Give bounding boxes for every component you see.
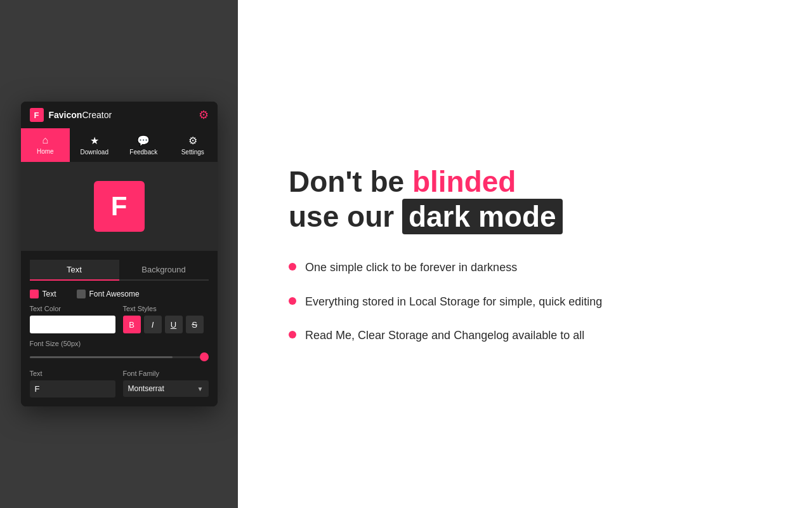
- text-color-label: Text Color: [30, 305, 115, 312]
- font-family-label: Font Family: [123, 370, 209, 377]
- feature-text-1: One simple click to be forever in darkne…: [305, 260, 517, 276]
- font-size-label: Font Size (50px): [30, 340, 209, 347]
- bullet-2: [289, 297, 296, 305]
- tab-underline: [30, 279, 119, 281]
- bullet-1: [289, 263, 296, 271]
- slider-thumb: [200, 352, 209, 361]
- nav-item-settings[interactable]: ⚙ Settings: [168, 128, 218, 162]
- download-icon: ★: [90, 135, 99, 147]
- nav-item-home[interactable]: ⌂ Home: [21, 128, 70, 162]
- title-bar: F FaviconCreator ⚙: [21, 102, 218, 128]
- tabs: Text Background: [30, 260, 209, 281]
- color-styles-row: Text Color Text Styles B I U S: [30, 305, 209, 333]
- app-window: F FaviconCreator ⚙ ⌂ Home ★ Download 💬 F…: [21, 102, 218, 406]
- underline-button[interactable]: U: [165, 316, 183, 333]
- app-logo: F: [30, 108, 44, 122]
- text-styles-label: Text Styles: [123, 305, 209, 312]
- feature-item-1: One simple click to be forever in darkne…: [289, 260, 602, 276]
- text-input-group: Text: [30, 370, 115, 398]
- text-input[interactable]: [30, 380, 115, 398]
- controls-area: Text Font Awesome Text Color Text Styles…: [21, 281, 218, 406]
- nav-bar: ⌂ Home ★ Download 💬 Feedback ⚙ Settings: [21, 128, 218, 162]
- feature-text-3: Read Me, Clear Storage and Changelog ava…: [305, 328, 584, 344]
- features-list: One simple click to be forever in darkne…: [289, 260, 602, 344]
- text-styles-group: Text Styles B I U S: [123, 305, 209, 333]
- settings-icon: ⚙: [188, 135, 197, 147]
- home-icon: ⌂: [42, 135, 48, 146]
- font-size-section: Font Size (50px): [30, 340, 209, 363]
- bold-button[interactable]: B: [123, 316, 141, 333]
- title-gear-icon[interactable]: ⚙: [199, 108, 209, 122]
- bottom-row: Text Font Family Montserrat Arial Roboto…: [30, 370, 209, 398]
- left-panel: F FaviconCreator ⚙ ⌂ Home ★ Download 💬 F…: [0, 0, 238, 508]
- canvas-area: F: [21, 162, 218, 251]
- headline: Don't be blinded use our dark mode: [289, 164, 602, 234]
- title-bar-left: F FaviconCreator: [30, 108, 112, 122]
- favicon-preview: F: [94, 181, 145, 232]
- font-select-wrapper: Montserrat Arial Roboto ▼: [123, 380, 209, 397]
- italic-button[interactable]: I: [144, 316, 162, 333]
- tab-section: Text Background: [21, 251, 218, 281]
- nav-item-feedback[interactable]: 💬 Feedback: [119, 128, 169, 162]
- text-input-label: Text: [30, 370, 115, 377]
- text-color-input[interactable]: [30, 316, 115, 333]
- font-awesome-checkbox-row: Font Awesome: [77, 290, 140, 298]
- slider-fill: [30, 356, 173, 358]
- text-checkbox-label: Text: [43, 290, 56, 298]
- app-title: FaviconCreator: [49, 110, 112, 120]
- right-panel: Don't be blinded use our dark mode One s…: [238, 0, 812, 508]
- strikethrough-button[interactable]: S: [186, 316, 204, 333]
- font-family-select[interactable]: Montserrat Arial Roboto: [123, 380, 209, 397]
- right-content: Don't be blinded use our dark mode One s…: [289, 164, 602, 344]
- feedback-icon: 💬: [137, 135, 150, 147]
- feature-item-3: Read Me, Clear Storage and Changelog ava…: [289, 328, 602, 344]
- tab-text[interactable]: Text: [30, 260, 119, 279]
- nav-item-download[interactable]: ★ Download: [70, 128, 119, 162]
- feature-item-2: Everything stored in Local Storage for s…: [289, 294, 602, 310]
- text-checkbox-row: Text: [30, 290, 56, 298]
- tab-background[interactable]: Background: [119, 260, 209, 279]
- slider-track: [30, 356, 209, 358]
- feature-text-2: Everything stored in Local Storage for s…: [305, 294, 602, 310]
- font-awesome-label: Font Awesome: [89, 290, 140, 298]
- font-family-group: Font Family Montserrat Arial Roboto ▼: [123, 370, 209, 398]
- font-size-slider[interactable]: [30, 351, 209, 363]
- text-checkbox[interactable]: [30, 290, 39, 298]
- font-awesome-checkbox[interactable]: [77, 290, 86, 298]
- style-buttons: B I U S: [123, 316, 209, 333]
- bullet-3: [289, 331, 296, 338]
- text-color-group: Text Color: [30, 305, 115, 333]
- checkbox-row: Text Font Awesome: [30, 290, 209, 298]
